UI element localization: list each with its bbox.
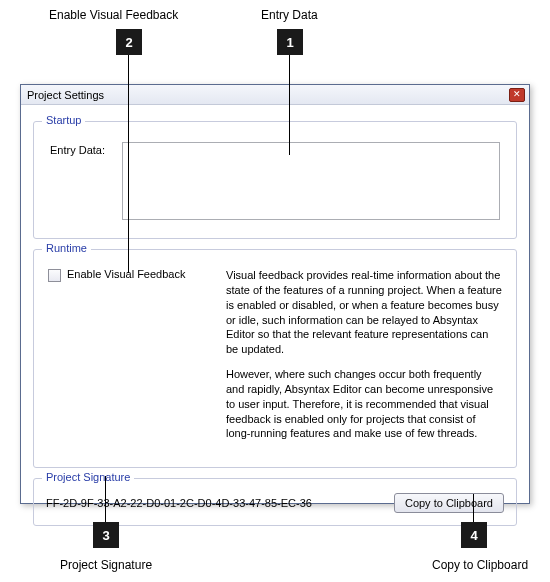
project-settings-dialog: Project Settings ✕ Startup Entry Data: R… (20, 84, 530, 504)
runtime-group: Runtime Enable Visual Feedback Visual fe… (33, 249, 517, 468)
annotation-line-3 (105, 476, 106, 522)
annotation-label-2: Enable Visual Feedback (49, 8, 178, 22)
dialog-title: Project Settings (27, 89, 509, 101)
annotation-label-3: Project Signature (60, 558, 152, 572)
enable-visual-feedback-checkbox[interactable]: Enable Visual Feedback (48, 268, 208, 451)
project-signature-legend: Project Signature (42, 471, 134, 483)
annotation-line-2 (128, 55, 129, 273)
copy-to-clipboard-button[interactable]: Copy to Clipboard (394, 493, 504, 513)
startup-legend: Startup (42, 114, 85, 126)
annotation-box-1: 1 (277, 29, 303, 55)
runtime-desc-p2: However, where such changes occur both f… (226, 367, 502, 441)
annotation-label-1: Entry Data (261, 8, 318, 22)
checkbox-icon (48, 269, 61, 282)
annotation-line-4 (473, 494, 474, 522)
annotation-label-4: Copy to Clipboard (432, 558, 528, 572)
runtime-desc-p1: Visual feedback provides real-time infor… (226, 268, 502, 357)
entry-data-label: Entry Data: (50, 142, 114, 156)
checkbox-label: Enable Visual Feedback (67, 268, 185, 280)
runtime-description: Visual feedback provides real-time infor… (226, 268, 502, 451)
annotation-box-3: 3 (93, 522, 119, 548)
runtime-legend: Runtime (42, 242, 91, 254)
entry-data-input[interactable] (122, 142, 500, 220)
titlebar: Project Settings ✕ (21, 85, 529, 105)
close-button[interactable]: ✕ (509, 88, 525, 102)
project-signature-value: FF-2D-9F-33-A2-22-D0-01-2C-D0-4D-33-47-8… (46, 497, 394, 509)
startup-group: Startup Entry Data: (33, 121, 517, 239)
annotation-box-2: 2 (116, 29, 142, 55)
annotation-line-1 (289, 55, 290, 155)
annotation-box-4: 4 (461, 522, 487, 548)
